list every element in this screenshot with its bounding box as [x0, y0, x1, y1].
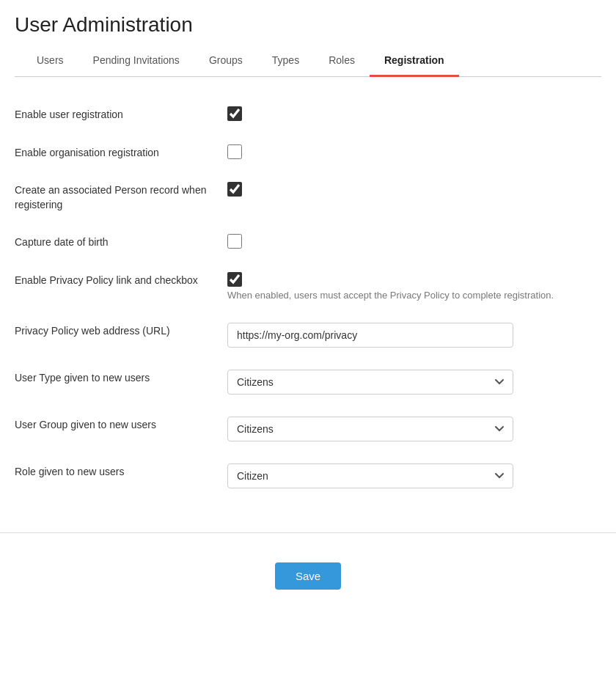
capture-dob-row: Capture date of birth	[15, 234, 601, 250]
capture-dob-checkbox[interactable]	[227, 234, 242, 249]
enable-privacy-policy-label: Enable Privacy Policy link and checkbox	[15, 272, 227, 288]
user-type-row: User Type given to new users Citizens St…	[15, 370, 601, 395]
tab-roles[interactable]: Roles	[314, 45, 370, 77]
privacy-policy-hint: When enabled, users must accept the Priv…	[227, 290, 601, 301]
enable-organisation-registration-checkbox[interactable]	[227, 144, 242, 159]
user-group-row: User Group given to new users Citizens S…	[15, 417, 601, 441]
form-content: Enable user registration Enable organisa…	[0, 84, 616, 525]
enable-privacy-policy-control: When enabled, users must accept the Priv…	[227, 272, 601, 301]
tab-nav: Users Pending Invitations Groups Types R…	[15, 45, 601, 77]
create-person-record-label: Create an associated Person record when …	[15, 182, 227, 212]
role-row: Role given to new users Citizen Staff Ad…	[15, 463, 601, 488]
create-person-record-row: Create an associated Person record when …	[15, 182, 601, 212]
tab-groups[interactable]: Groups	[194, 45, 257, 77]
enable-user-registration-checkbox[interactable]	[227, 106, 242, 121]
enable-privacy-policy-row: Enable Privacy Policy link and checkbox …	[15, 272, 601, 301]
role-control: Citizen Staff Admin	[227, 463, 601, 488]
privacy-policy-url-control	[227, 323, 601, 348]
enable-organisation-registration-row: Enable organisation registration	[15, 144, 601, 161]
role-select[interactable]: Citizen Staff Admin	[227, 463, 513, 488]
role-label: Role given to new users	[15, 463, 227, 480]
tab-users[interactable]: Users	[22, 45, 78, 77]
user-type-label: User Type given to new users	[15, 370, 227, 386]
user-type-control: Citizens Staff Admin	[227, 370, 601, 395]
tab-types[interactable]: Types	[257, 45, 314, 77]
enable-user-registration-control	[227, 106, 601, 121]
privacy-policy-url-input[interactable]	[227, 323, 513, 348]
capture-dob-label: Capture date of birth	[15, 234, 227, 250]
create-person-record-checkbox[interactable]	[227, 182, 242, 197]
page-title: User Administration	[15, 13, 601, 37]
enable-organisation-registration-label: Enable organisation registration	[15, 144, 227, 161]
enable-user-registration-row: Enable user registration	[15, 106, 601, 122]
tab-registration[interactable]: Registration	[370, 45, 459, 77]
footer-divider	[0, 532, 616, 533]
enable-privacy-policy-checkbox[interactable]	[227, 272, 242, 287]
tab-pending-invitations[interactable]: Pending Invitations	[78, 45, 194, 77]
user-group-label: User Group given to new users	[15, 417, 227, 433]
user-group-select[interactable]: Citizens Staff Admin	[227, 417, 513, 441]
create-person-record-control	[227, 182, 601, 197]
page-header: User Administration Users Pending Invita…	[0, 0, 616, 84]
user-type-select[interactable]: Citizens Staff Admin	[227, 370, 513, 395]
privacy-policy-url-row: Privacy Policy web address (URL)	[15, 323, 601, 348]
capture-dob-control	[227, 234, 601, 249]
enable-organisation-registration-control	[227, 144, 601, 159]
user-group-control: Citizens Staff Admin	[227, 417, 601, 441]
privacy-policy-url-label: Privacy Policy web address (URL)	[15, 323, 227, 339]
enable-user-registration-label: Enable user registration	[15, 106, 227, 122]
save-button[interactable]: Save	[275, 562, 341, 590]
footer: Save	[0, 548, 616, 604]
